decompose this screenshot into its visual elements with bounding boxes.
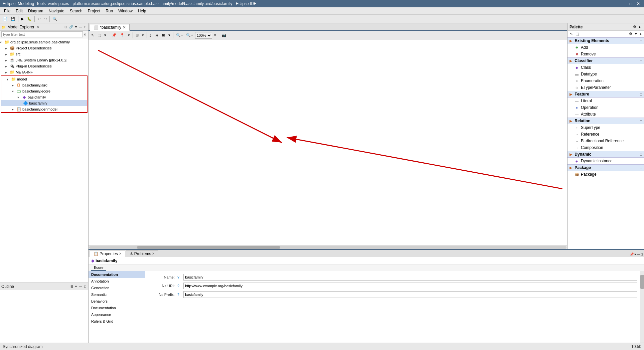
pin-dropdown[interactable]: ▾ [127,32,131,39]
filter-clear-button[interactable]: ✕ [83,33,87,36]
palette-dropdown[interactable]: ▾ [634,31,638,36]
palette-collapse[interactable]: ▸ [638,24,642,29]
toolbar-debug[interactable]: 🐛 [26,15,33,23]
nav-annotation[interactable]: Annotation [89,278,145,285]
nav-documentation2[interactable]: Documentation [89,305,145,311]
toolbar-run[interactable]: ▶ [20,15,25,23]
palette-settings2[interactable]: ⚙ [628,31,633,36]
palette-item-package[interactable]: 📦 Package [568,171,644,178]
palette-item-attribute[interactable]: — Attribute [568,111,644,118]
maximize-panel-button[interactable]: □ [84,25,87,29]
diagram-scroll-h[interactable] [89,245,567,249]
view-menu-button[interactable]: ▾ [74,25,77,29]
menu-edit[interactable]: Edit [13,8,25,14]
menu-project[interactable]: Project [85,8,103,14]
link-button[interactable]: 🔗 [68,25,74,29]
nsprefix-input[interactable] [183,291,637,298]
tree-toggle-org[interactable]: ▾ [0,40,4,44]
problems-tab[interactable]: ⚠ Problems ✕ [126,250,159,257]
filter-input[interactable] [1,31,83,37]
nsprefix-help-icon[interactable]: ? [177,293,179,297]
zoom-dropdown[interactable]: ▾ [213,32,217,39]
menu-diagram[interactable]: Diagram [25,8,46,14]
palette-item-datatype[interactable]: ▬ Datatype [568,71,644,77]
feature-collapse-btn[interactable]: □ [640,93,642,96]
window-controls[interactable]: — □ ✕ [620,1,641,6]
palette-item-supertype[interactable]: ↑ SuperType [568,124,644,131]
properties-tab[interactable]: 📋 Properties ✕ [90,250,125,257]
tree-toggle-aird[interactable]: ▸ [12,83,16,87]
palette-section-existing[interactable]: ▶ Existing Elements □ [568,37,644,44]
zoom-in[interactable]: 🔍+ [185,32,194,39]
tree-toggle-deps[interactable]: ▸ [5,46,9,50]
tree-toggle-bf[interactable]: ▾ [17,96,21,99]
nav-documentation[interactable]: Documentation [89,271,145,278]
diagram-area[interactable] [89,40,567,245]
marquee-tool[interactable]: ⬚ [96,32,102,39]
ecore-subtab[interactable]: Ecore [91,265,106,271]
bottom-minimize[interactable]: — [637,252,640,256]
menu-search[interactable]: Search [67,8,85,14]
arrange-tool[interactable]: ⊞ [134,32,140,39]
palette-section-feature[interactable]: ▶ Feature □ [568,91,644,98]
nav-rulers[interactable]: Rulers & Grid [89,318,145,325]
tree-item-org[interactable]: ▾ 📁 org.eclipse.sirius.sample.basicfamil… [0,39,88,45]
nsuri-input[interactable] [183,283,637,289]
arrange-dropdown[interactable]: ▾ [141,32,145,39]
palette-item-etypeparam[interactable]: ◇ ETypeParameter [568,84,644,91]
tree-toggle-src[interactable]: ▸ [5,52,9,56]
palette-section-classifier[interactable]: ▶ Classifier □ [568,57,644,64]
toolbar-save[interactable]: 💾 [9,15,17,23]
tree-item-src[interactable]: ▸ 📁 src [0,51,88,57]
menu-window[interactable]: Window [116,8,135,14]
palette-marquee[interactable]: ⬚ [575,31,580,36]
palette-item-class[interactable]: ◆ Class [568,64,644,71]
palette-settings[interactable]: ⚙ [632,24,637,29]
nav-appearance[interactable]: Appearance [89,311,145,318]
nav-semantic[interactable]: Semantic [89,291,145,298]
tree-item-ecore[interactable]: ▾ 🗃 basicfamily.ecore [1,88,87,94]
tree-item-meta[interactable]: ▸ 📁 META-INF [0,69,88,75]
pin-tool[interactable]: 📌 [111,32,118,39]
tree-item-deps[interactable]: ▸ 📦 Project Dependencies [0,45,88,51]
tree-toggle-model[interactable]: ▾ [7,77,11,81]
outline-view-menu[interactable]: ▾ [74,284,77,289]
package-collapse-btn[interactable]: □ [640,166,642,170]
bottom-maximize[interactable]: □ [641,252,643,256]
tree-item-basicfamily-pkg[interactable]: ▾ ◆ basicfamily [1,94,87,100]
palette-item-dynamic-instance[interactable]: ◈ Dynamic instance [568,158,644,164]
menu-file[interactable]: File [1,8,13,14]
name-help-icon[interactable]: ? [177,275,179,279]
palette-select[interactable]: ↖ [569,31,574,36]
print-tool[interactable]: 🖨 [154,32,160,39]
palette-item-literal[interactable]: — Literal [568,98,644,104]
bottom-pin[interactable]: 📌 [630,252,634,256]
existing-collapse-btn[interactable]: □ [640,39,642,43]
menu-navigate[interactable]: Navigate [46,8,67,14]
tree-item-basicfamily-selected[interactable]: 🔷 basicfamily [1,100,87,106]
tree-item-jre[interactable]: ▸ ☕ JRE System Library [jdk-14.0.2] [0,57,88,63]
outline-collapse[interactable]: ⊟ [70,284,74,289]
palette-item-add[interactable]: ✚ Add [568,44,644,51]
properties-vscroll[interactable] [640,271,644,343]
tree-item-aird[interactable]: ▸ 🗒 basicfamily.aird [1,82,87,88]
layers-dropdown[interactable]: ▾ [167,32,172,39]
diagram-tab-close[interactable]: ✕ [123,25,126,30]
minimize-panel-button[interactable]: — [78,25,83,29]
tree-item-genmodel[interactable]: ▸ 📋 basicfamily.genmodel [1,106,87,112]
tree-toggle-meta[interactable]: ▸ [5,70,9,74]
menu-run[interactable]: Run [103,8,116,14]
toolbar-redo[interactable]: ↪ [42,15,48,23]
relation-collapse-btn[interactable]: □ [640,119,642,123]
palette-section-package[interactable]: ▶ Package □ [568,164,644,171]
tool-dropdown[interactable]: ▾ [103,32,108,39]
zoom-out[interactable]: 🔍− [175,32,184,39]
tree-toggle-plugin[interactable]: ▸ [5,64,9,68]
toolbar-search[interactable]: 🔍 [51,15,58,23]
palette-item-enumeration[interactable]: ≡ Enumeration [568,77,644,84]
palette-item-biref[interactable]: ↔ Bi-directional Reference [568,138,644,144]
palette-item-remove[interactable]: ✖ Remove [568,51,644,57]
toolbar-undo[interactable]: ↩ [36,15,42,23]
palette-item-operation[interactable]: ● Operation [568,104,644,111]
collapse-all-button[interactable]: ⊟ [64,25,68,29]
